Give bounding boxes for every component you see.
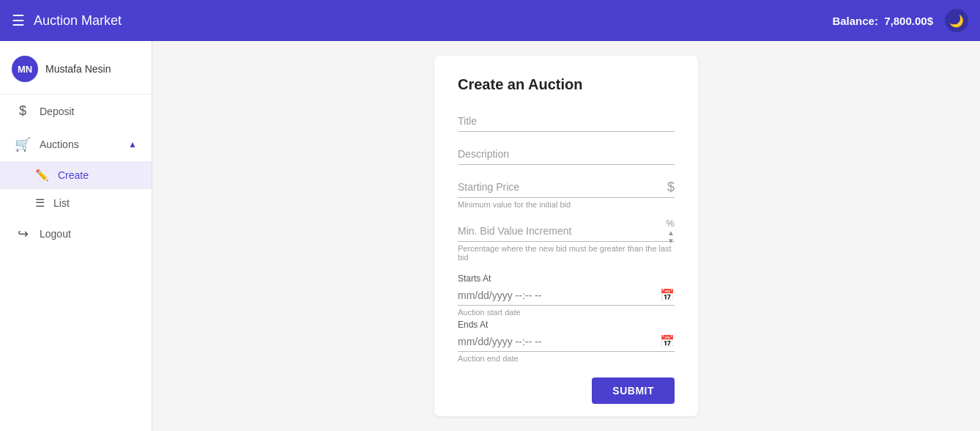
sidebar-item-deposit[interactable]: $ Deposit xyxy=(0,95,152,128)
chevron-up-icon: ▲ xyxy=(128,139,137,150)
sidebar-item-create[interactable]: ✏️ Create xyxy=(0,161,152,189)
starts-at-field-group: Starts At 📅 Auction start date xyxy=(458,273,675,317)
spin-down-icon[interactable]: ▼ xyxy=(667,237,675,245)
starts-at-label: Starts At xyxy=(458,273,675,284)
min-bid-hint: Percentage where the new bid must be gre… xyxy=(458,244,675,262)
pencil-icon: ✏️ xyxy=(35,169,49,182)
navbar-left: ☰ Auction Market xyxy=(12,12,122,29)
menu-icon[interactable]: ☰ xyxy=(12,12,25,29)
user-name: Mustafa Nesin xyxy=(45,63,111,75)
starting-price-field-group: $ Minimum value for the initial bid xyxy=(458,177,675,209)
ends-at-hint: Auction end date xyxy=(458,354,675,363)
logout-icon: ↪ xyxy=(15,226,31,242)
sidebar-item-auctions[interactable]: 🛒 Auctions ▲ xyxy=(0,128,152,161)
create-auction-card: Create an Auction $ Minimum value for th… xyxy=(434,56,698,416)
ends-at-calendar-icon[interactable]: 📅 xyxy=(660,334,675,348)
min-bid-input[interactable] xyxy=(458,221,675,242)
main-content: Create an Auction $ Minimum value for th… xyxy=(152,41,980,431)
starting-price-hint: Minimum value for the initial bid xyxy=(458,200,675,209)
theme-toggle-button[interactable]: 🌙 xyxy=(945,9,968,32)
starting-price-input[interactable] xyxy=(458,177,675,198)
spin-up-icon[interactable]: ▲ xyxy=(667,229,675,237)
submit-button[interactable]: SUBMIT xyxy=(592,377,675,404)
avatar: MN xyxy=(12,56,38,82)
sidebar: MN Mustafa Nesin $ Deposit 🛒 Auctions ▲ … xyxy=(0,41,152,431)
starts-at-hint: Auction start date xyxy=(458,308,675,317)
form-title: Create an Auction xyxy=(458,76,675,93)
title-field-group xyxy=(458,111,675,132)
list-label: List xyxy=(53,197,70,209)
title-input[interactable] xyxy=(458,111,675,132)
sidebar-item-logout[interactable]: ↪ Logout xyxy=(0,217,152,251)
create-label: Create xyxy=(58,169,89,181)
ends-at-label: Ends At xyxy=(458,320,675,330)
logout-label: Logout xyxy=(40,228,71,240)
cart-icon: 🛒 xyxy=(15,136,31,152)
starts-at-calendar-icon[interactable]: 📅 xyxy=(660,288,675,302)
balance-display: Balance: 7,800.00$ xyxy=(832,15,933,27)
ends-at-field-group: Ends At 📅 Auction end date xyxy=(458,320,675,363)
list-icon: ☰ xyxy=(35,196,45,210)
starts-at-input[interactable] xyxy=(458,290,660,301)
dollar-icon: $ xyxy=(15,103,31,119)
user-info: MN Mustafa Nesin xyxy=(0,47,152,95)
dollar-suffix-icon: $ xyxy=(667,180,675,195)
deposit-label: Deposit xyxy=(40,106,74,117)
navbar-right: Balance: 7,800.00$ 🌙 xyxy=(832,9,968,32)
navbar: ☰ Auction Market Balance: 7,800.00$ 🌙 xyxy=(0,0,980,41)
sidebar-item-list[interactable]: ☰ List xyxy=(0,189,152,217)
auctions-label: Auctions xyxy=(40,139,79,150)
navbar-title: Auction Market xyxy=(34,13,122,29)
min-bid-field-group: % ▲ ▼ Percentage where the new bid must … xyxy=(458,221,675,262)
submit-row: SUBMIT xyxy=(458,377,675,404)
description-input[interactable] xyxy=(458,144,675,165)
description-field-group xyxy=(458,144,675,165)
layout: MN Mustafa Nesin $ Deposit 🛒 Auctions ▲ … xyxy=(0,41,980,431)
percent-suffix-icon: % xyxy=(666,218,675,229)
ends-at-input[interactable] xyxy=(458,336,660,347)
